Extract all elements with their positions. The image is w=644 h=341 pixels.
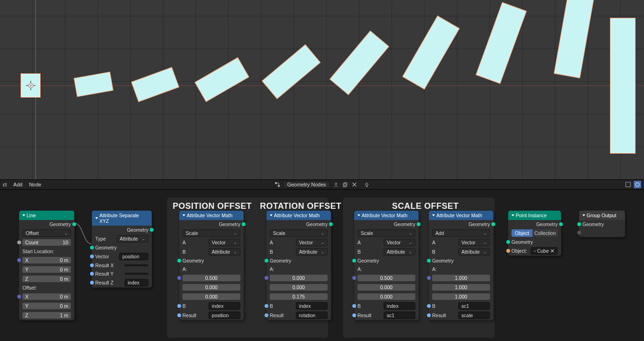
result-y-field[interactable] [125,273,148,275]
type-dropdown[interactable]: Attribute⌄ [117,235,148,242]
collapse-icon[interactable] [182,214,185,216]
collapse-icon[interactable] [511,214,514,216]
clear-icon[interactable]: ✕ [550,248,554,254]
a-value-0[interactable]: 0.000 [270,275,328,281]
cursor-3d-icon [26,81,35,90]
fake-user-icon[interactable] [332,181,340,188]
duplicate-icon[interactable] [342,181,349,188]
node-header[interactable]: Point Instance [508,211,561,220]
node-header[interactable]: Attribute Separate XYZ [92,211,152,226]
collapse-icon[interactable] [270,214,273,216]
node-attribute-separate-xyz[interactable]: Attribute Separate XYZ Geometry TypeAttr… [91,210,152,288]
b-field[interactable]: sc1 [458,302,490,310]
b-type-dropdown[interactable]: Attribute⌄ [384,248,415,256]
node-avm-scale[interactable]: Attribute Vector MathGeometryScale⌄AVect… [354,210,419,320]
line-mode-dropdown[interactable]: Offset⌄ [22,229,71,237]
start-y[interactable]: Y0 m [22,266,71,273]
operation-dropdown[interactable]: Scale⌄ [182,229,240,237]
result-z-field[interactable]: index [125,279,148,286]
b-field[interactable]: index [384,302,415,310]
a-type-dropdown[interactable]: Vector⌄ [209,239,240,246]
node-avm-position[interactable]: Attribute Vector MathGeometryScale⌄AVect… [179,210,244,320]
menu-add[interactable]: Add [14,182,23,187]
unlink-icon[interactable] [351,181,358,188]
a-value-1[interactable]: 0.000 [182,284,240,291]
a-value-2[interactable]: 0.175 [270,293,328,300]
a-value-2[interactable]: 1.000 [432,293,490,300]
collapse-icon[interactable] [582,214,585,216]
svg-point-1 [30,85,31,86]
result-field[interactable]: sc1 [384,312,415,319]
result-field[interactable]: position [209,312,240,319]
result-label: Result [270,313,284,318]
node-header[interactable]: Attribute Vector Math [354,211,419,220]
menu-select[interactable]: ct [3,182,7,187]
node-header[interactable]: Line [19,211,74,220]
socket-geometry-out: Geometry [127,227,148,233]
collapse-icon[interactable] [95,217,98,219]
snap-toggle-icon[interactable] [634,181,641,188]
modifier-name-field[interactable]: Geometry Nodes [283,181,330,188]
start-location-label: Start Location: [22,249,54,254]
start-z[interactable]: Z0 m [22,276,71,282]
a-value-0[interactable]: 0.500 [182,275,240,281]
b-type-dropdown[interactable]: Attribute⌄ [458,248,490,256]
b-type-dropdown[interactable]: Attribute⌄ [296,248,328,256]
node-point-instance[interactable]: Point Instance Geometry ObjectCollection… [508,210,561,256]
overlay-toggle-icon[interactable] [624,181,632,188]
socket-geometry-out: Geometry [469,221,490,227]
a-value-1[interactable]: 1.000 [432,284,490,291]
node-group-output[interactable]: Group Output Geometry [579,210,625,237]
b-field[interactable]: index [296,302,328,310]
a-type-dropdown[interactable]: Vector⌄ [458,239,490,246]
a-value-0[interactable]: 1.000 [432,275,490,281]
node-header[interactable]: Group Output [579,211,625,220]
operation-dropdown[interactable]: Scale⌄ [270,229,328,237]
instance-type-toggle[interactable]: ObjectCollection [511,229,558,237]
node-avm-add[interactable]: Attribute Vector MathGeometryAdd⌄AVector… [428,210,494,320]
object-label: Object: [511,248,527,254]
operation-dropdown[interactable]: Scale⌄ [357,229,415,237]
a-type-dropdown[interactable]: Vector⌄ [296,239,328,246]
object-field[interactable]: ▫Cube✕ [531,247,558,255]
result-field[interactable]: scale [458,312,490,319]
node-header[interactable]: Attribute Vector Math [266,211,331,220]
node-header[interactable]: Attribute Vector Math [179,211,244,220]
chevron-down-icon: ⌄ [321,231,324,235]
collapse-icon[interactable] [432,214,435,216]
offset-label: Offset: [22,285,37,291]
a-value-1[interactable]: 0.000 [270,284,328,291]
collapse-icon[interactable] [22,214,25,216]
result-x-field[interactable] [125,264,148,266]
node-header[interactable]: Attribute Vector Math [429,211,493,220]
b-label: B [182,249,186,255]
b-field[interactable]: index [209,302,240,310]
node-title: Line [27,213,36,218]
node-avm-rotation[interactable]: Attribute Vector MathGeometryScale⌄AVect… [266,210,331,320]
b-type-dropdown[interactable]: Attribute⌄ [209,248,240,256]
a-value-1[interactable]: 0.000 [357,284,415,291]
start-x[interactable]: X0 m [22,257,71,263]
nodetree-icon[interactable] [273,181,281,188]
result-field[interactable]: rotation [296,312,328,319]
pin-icon[interactable] [363,181,371,188]
a-value-2[interactable]: 0.000 [182,293,240,300]
a-value-0[interactable]: 0.500 [357,275,415,281]
node-editor[interactable]: POSITION OFFSET ROTATION OFFSET SCALE OF… [0,190,644,341]
collapse-icon[interactable] [357,214,360,216]
svg-rect-10 [344,183,347,186]
a-label: A [432,240,435,245]
a-type-dropdown[interactable]: Vector⌄ [384,239,415,246]
a-value-2[interactable]: 0.000 [357,293,415,300]
offset-y[interactable]: Y0 m [22,303,71,309]
offset-z[interactable]: Z1 m [22,312,71,319]
menu-node[interactable]: Node [29,182,41,187]
vector-label: Vector [95,254,109,259]
vector-field[interactable]: position [119,253,148,260]
a-label: A [357,240,361,245]
line-count-field[interactable]: Count10 [22,239,71,246]
offset-x[interactable]: X0 m [22,293,71,300]
viewport-3d[interactable] [0,0,644,179]
operation-dropdown[interactable]: Add⌄ [432,229,490,237]
node-line[interactable]: Line Geometry Offset⌄ Count10 Start Loca… [19,210,75,320]
